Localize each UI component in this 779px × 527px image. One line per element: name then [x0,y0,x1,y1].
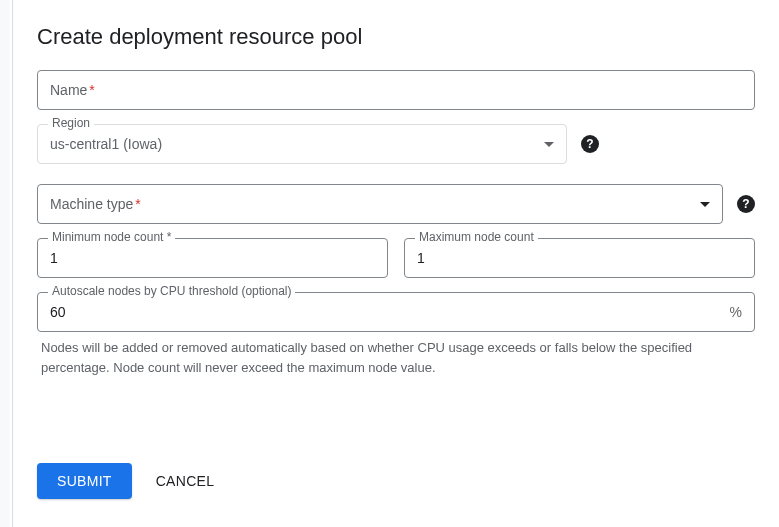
cancel-button[interactable]: CANCEL [156,473,215,489]
help-icon[interactable]: ? [581,135,599,153]
required-star: * [89,82,94,98]
autoscale-input[interactable] [50,304,722,320]
autoscale-field: Autoscale nodes by CPU threshold (option… [37,292,755,377]
region-select[interactable]: Region us-central1 (Iowa) [37,124,567,164]
create-pool-panel: Create deployment resource pool Name* Re… [12,0,779,527]
name-input-wrap[interactable]: Name* [37,70,755,110]
chevron-down-icon [544,142,554,147]
min-node-input[interactable] [50,250,375,266]
name-label: Name* [50,82,95,98]
machine-type-label: Machine type* [50,196,141,212]
min-node-label: Minimum node count * [48,230,175,244]
machine-type-select[interactable]: Machine type* [37,184,723,224]
region-value: us-central1 (Iowa) [50,136,544,152]
max-node-label: Maximum node count [415,230,538,244]
region-row: Region us-central1 (Iowa) ? [37,124,755,164]
footer-actions: SUBMIT CANCEL [37,463,214,499]
help-icon[interactable]: ? [737,195,755,213]
required-star: * [135,196,140,212]
min-node-input-wrap[interactable]: Minimum node count * [37,238,388,278]
chevron-down-icon [700,202,710,207]
node-count-row: Minimum node count * Maximum node count [37,238,755,278]
autoscale-input-wrap[interactable]: Autoscale nodes by CPU threshold (option… [37,292,755,332]
background-page-sliver [0,0,10,527]
name-field: Name* [37,70,755,110]
max-node-input-wrap[interactable]: Maximum node count [404,238,755,278]
percent-suffix: % [730,304,742,320]
submit-button[interactable]: SUBMIT [37,463,132,499]
max-node-input[interactable] [417,250,742,266]
machine-type-row: Machine type* ? [37,184,755,224]
page-title: Create deployment resource pool [37,24,755,50]
autoscale-helper: Nodes will be added or removed automatic… [37,338,755,377]
autoscale-label: Autoscale nodes by CPU threshold (option… [48,284,295,298]
region-label: Region [48,116,94,130]
